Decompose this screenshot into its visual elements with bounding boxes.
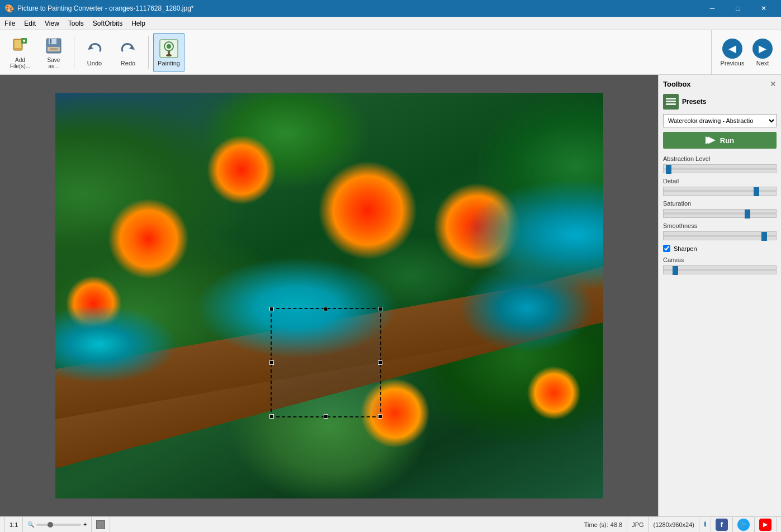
youtube-button[interactable]: ▶: [759, 519, 771, 531]
status-bar: 1:1 🔍 + Time (s): 48.8 JPG (1280x960x24)…: [0, 516, 781, 532]
run-label: Run: [720, 136, 734, 145]
menu-edit[interactable]: Edit: [20, 17, 40, 30]
toolbar: Add File(s)... Save as... Undo: [0, 30, 781, 75]
format-value: JPG: [632, 521, 643, 528]
sharpen-checkbox[interactable]: [663, 245, 670, 252]
painting-icon: [159, 39, 179, 59]
title-bar: 🎨 Picture to Painting Converter - orange…: [0, 0, 781, 17]
next-button[interactable]: ▶ Next: [749, 33, 777, 72]
painting-button[interactable]: Painting: [153, 33, 184, 72]
add-file-icon: [10, 36, 30, 56]
sharpen-label: Sharpen: [674, 245, 697, 252]
info-section[interactable]: ℹ: [699, 517, 711, 532]
previous-button[interactable]: ◀ Previous: [718, 33, 746, 72]
undo-button[interactable]: Undo: [79, 33, 110, 72]
canvas-slider[interactable]: [663, 265, 777, 274]
main-area: Toolbox ✕ Presets Watercolor drawing - A…: [0, 75, 781, 516]
previous-label: Previous: [721, 60, 745, 66]
presets-icon: [663, 94, 679, 110]
toolbox-close-button[interactable]: ✕: [770, 79, 777, 88]
menu-softorbits[interactable]: SoftOrbits: [88, 17, 127, 30]
thumbnail-section: [92, 517, 110, 532]
facebook-section[interactable]: f: [711, 517, 733, 532]
svg-marker-10: [88, 45, 93, 50]
svg-rect-19: [666, 103, 676, 105]
canvas-area[interactable]: [0, 75, 658, 516]
detail-thumb[interactable]: [754, 187, 759, 196]
svg-point-16: [166, 54, 172, 56]
add-file-label: Add File(s)...: [10, 57, 30, 69]
smoothness-thumb[interactable]: [761, 232, 767, 241]
next-icon: ▶: [752, 39, 773, 59]
maximize-button[interactable]: □: [725, 0, 751, 17]
toolbox-title: Toolbox: [663, 80, 691, 88]
save-as-label: Save as...: [48, 57, 60, 69]
twitter-button[interactable]: 🐦: [737, 519, 750, 531]
app-icon: 🎨: [4, 4, 14, 13]
saturation-track: [664, 212, 776, 215]
facebook-button[interactable]: f: [716, 519, 728, 531]
canvas-thumb[interactable]: [673, 266, 678, 275]
toolbar-sep-1: [74, 36, 74, 69]
saturation-label: Saturation: [663, 200, 777, 207]
dimensions-value: (1280x960x24): [654, 521, 694, 528]
run-button[interactable]: Run: [663, 132, 777, 149]
smoothness-slider[interactable]: [663, 231, 777, 240]
abstraction-level-track: [664, 168, 776, 170]
toolbox-panel: Toolbox ✕ Presets Watercolor drawing - A…: [658, 75, 781, 516]
svg-point-14: [167, 44, 171, 49]
detail-track: [664, 190, 776, 192]
window-controls: ─ □ ✕: [699, 0, 777, 17]
saturation-thumb[interactable]: [745, 210, 750, 218]
undo-label: Undo: [87, 60, 102, 66]
zoom-slider[interactable]: [36, 524, 81, 526]
info-icon[interactable]: ℹ: [704, 521, 706, 528]
facebook-icon: f: [721, 520, 723, 529]
smoothness-label: Smoothness: [663, 222, 777, 229]
window-title: Picture to Painting Converter - oranges-…: [17, 4, 699, 12]
close-button[interactable]: ✕: [751, 0, 777, 17]
preset-select[interactable]: Watercolor drawing - Abstractio: [663, 114, 777, 127]
zoom-in-icon[interactable]: +: [83, 521, 87, 528]
minimize-button[interactable]: ─: [699, 0, 725, 17]
youtube-section[interactable]: ▶: [755, 517, 777, 532]
abstraction-level-label: Abstraction Level: [663, 155, 777, 162]
canvas-painting: [55, 93, 603, 498]
svg-rect-9: [50, 48, 58, 50]
save-as-button[interactable]: Save as...: [38, 33, 69, 72]
abstraction-level-thumb[interactable]: [666, 165, 671, 174]
time-label: Time (s):: [584, 521, 608, 528]
svg-rect-1: [15, 40, 21, 48]
toolbar-sep-2: [148, 36, 149, 69]
zoom-out-icon[interactable]: 🔍: [27, 521, 34, 528]
next-label: Next: [756, 60, 769, 66]
detail-slider[interactable]: [663, 187, 777, 196]
undo-icon: [84, 39, 105, 59]
add-file-button[interactable]: Add File(s)...: [4, 33, 36, 72]
format-section: JPG: [627, 517, 649, 532]
sharpen-row: Sharpen: [663, 245, 777, 252]
save-icon: [44, 36, 64, 56]
zoom-control-section[interactable]: 🔍 +: [23, 517, 92, 532]
twitter-section[interactable]: 🐦: [733, 517, 755, 532]
zoom-section: 1:1: [4, 517, 23, 532]
redo-button[interactable]: Redo: [112, 33, 144, 72]
menu-help[interactable]: Help: [127, 17, 150, 30]
painting-label: Painting: [158, 60, 180, 66]
abstraction-level-slider[interactable]: [663, 164, 777, 173]
menu-tools[interactable]: Tools: [64, 17, 88, 30]
canvas-wrapper: [55, 93, 603, 498]
menu-view[interactable]: View: [40, 17, 64, 30]
presets-row: Presets: [663, 94, 777, 110]
twitter-icon: 🐦: [740, 521, 747, 528]
menu-bar: File Edit View Tools SoftOrbits Help: [0, 17, 781, 30]
svg-marker-11: [129, 45, 135, 50]
canvas-label: Canvas: [663, 256, 777, 263]
svg-rect-18: [666, 101, 676, 102]
thumbnail-icon: [96, 520, 105, 529]
previous-icon: ◀: [722, 39, 742, 59]
time-section: Time (s): 48.8: [580, 517, 627, 532]
smoothness-track: [664, 235, 776, 237]
menu-file[interactable]: File: [0, 17, 20, 30]
saturation-slider[interactable]: [663, 209, 777, 218]
